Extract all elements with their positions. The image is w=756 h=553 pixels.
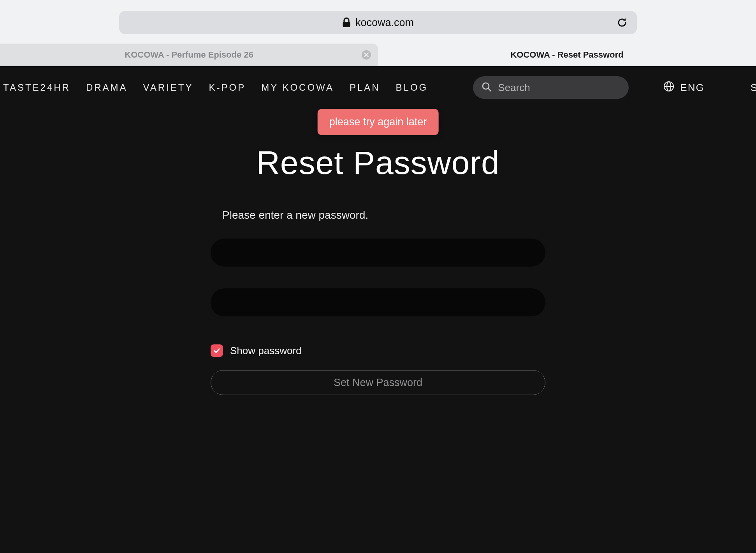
tab-reset-password[interactable]: KOCOWA - Reset Password	[378, 44, 756, 66]
set-new-password-button[interactable]: Set New Password	[211, 370, 545, 395]
tab-perfume-ep26[interactable]: KOCOWA - Perfume Episode 26	[0, 44, 378, 66]
new-password-field[interactable]	[211, 239, 545, 267]
confirm-password-field[interactable]	[211, 288, 545, 316]
tab-row: KOCOWA - Perfume Episode 26 KOCOWA - Res…	[0, 44, 756, 66]
check-icon	[213, 347, 220, 354]
address-text: kocowa.com	[355, 17, 414, 29]
reset-password-panel: please try again later Reset Password Pl…	[211, 109, 545, 395]
toast-message: please try again later	[329, 116, 427, 128]
nav-plan[interactable]: PLAN	[350, 82, 380, 93]
site-page: TASTE24HR DRAMA VARIETY K-POP MY KOCOWA …	[0, 66, 756, 553]
sign-link[interactable]: SIGN	[751, 82, 756, 94]
show-password-label: Show password	[230, 345, 302, 357]
language-selector[interactable]: ENG	[663, 81, 704, 95]
tab-title: KOCOWA - Perfume Episode 26	[125, 50, 253, 60]
language-label: ENG	[680, 82, 704, 94]
address-bar[interactable]: kocowa.com	[119, 11, 637, 34]
svg-line-2	[489, 89, 491, 91]
nav-links: TASTE24HR DRAMA VARIETY K-POP MY KOCOWA …	[3, 82, 428, 93]
reload-button[interactable]	[616, 16, 628, 29]
search-input[interactable]	[498, 82, 624, 94]
search-box[interactable]	[473, 76, 629, 99]
nav-mykocowa[interactable]: MY KOCOWA	[261, 82, 334, 93]
address-bar-content: kocowa.com	[119, 17, 637, 29]
page-title: Reset Password	[211, 144, 545, 182]
browser-chrome: kocowa.com KOCOWA - Perfume Episode 26 K…	[0, 0, 756, 66]
tab-title: KOCOWA - Reset Password	[510, 50, 623, 60]
address-row: kocowa.com	[0, 0, 756, 44]
nav-variety[interactable]: VARIETY	[143, 82, 193, 93]
site-nav: TASTE24HR DRAMA VARIETY K-POP MY KOCOWA …	[0, 66, 756, 109]
error-toast: please try again later	[318, 109, 439, 135]
nav-drama[interactable]: DRAMA	[86, 82, 128, 93]
nav-kpop[interactable]: K-POP	[209, 82, 246, 93]
show-password-checkbox[interactable]	[211, 344, 223, 357]
lock-icon	[342, 18, 351, 28]
nav-taste24hr[interactable]: TASTE24HR	[3, 82, 70, 93]
show-password-row: Show password	[211, 344, 545, 357]
globe-icon	[663, 81, 675, 95]
close-tab-icon[interactable]	[362, 50, 371, 60]
page-subtitle: Please enter a new password.	[222, 209, 545, 221]
search-icon	[482, 82, 492, 93]
svg-rect-0	[343, 22, 350, 27]
nav-blog[interactable]: BLOG	[396, 82, 428, 93]
